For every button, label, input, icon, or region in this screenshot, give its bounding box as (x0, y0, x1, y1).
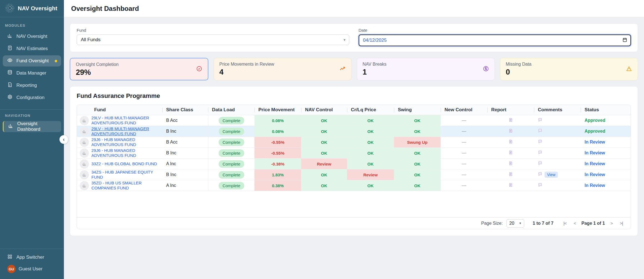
table-row[interactable]: 29LV - HUB MULTI-MANAGER ADVENTUROUS FUN… (77, 126, 631, 137)
date-filter-field: Date (359, 28, 631, 46)
new-control-cell: — (441, 137, 487, 147)
fund-link[interactable]: 33Z2 - HUB GLOBAL BOND FUND (91, 161, 157, 166)
column-header-data-load[interactable]: Data Load (208, 105, 254, 115)
column-header-price-movement[interactable]: Price Movement (254, 105, 301, 115)
table-row[interactable]: 29J6 - HUB MANAGED ADVENTUROUS FUND B In… (77, 148, 631, 159)
sidebar-item-label: Reporting (16, 83, 37, 88)
comment-icon[interactable] (538, 139, 542, 145)
comment-icon[interactable] (538, 118, 542, 123)
data-load-badge: Complete (219, 160, 244, 168)
date-input[interactable] (359, 34, 631, 46)
next-page-button[interactable]: > (609, 221, 614, 226)
sidebar-item-reporting[interactable]: Reporting (3, 80, 61, 91)
calendar-icon[interactable] (622, 37, 627, 43)
fund-link[interactable]: 29J6 - HUB MANAGED ADVENTUROUS FUND (91, 148, 160, 158)
kpi-value: 0 (506, 68, 632, 76)
swing-cell: OK (394, 180, 441, 191)
kpi-nav-breaks[interactable]: NAV Breaks 1 (357, 58, 495, 80)
new-control-cell: — (441, 148, 487, 158)
status-cell: In Review (581, 159, 631, 169)
app-logo: NAV Oversight (0, 0, 64, 17)
app-switcher-button[interactable]: App Switcher (3, 252, 61, 263)
status-cell: In Review (581, 148, 631, 158)
column-header-fund[interactable]: Fund (91, 105, 162, 115)
report-icon[interactable] (508, 183, 513, 188)
comment-icon[interactable] (538, 172, 542, 177)
sidebar-item-oversight-dashboard[interactable]: Oversight Dashboard (3, 121, 61, 132)
assurance-table: Fund Share Class Data Load Price Movemen… (77, 105, 631, 229)
table-row[interactable]: 35ZD - HUB US SMALLER COMPANIES FUND A I… (77, 180, 631, 191)
page-title: Oversight Dashboard (71, 5, 139, 13)
comment-icon[interactable] (538, 150, 542, 156)
fund-link[interactable]: 34ZS - HUB JAPANESE EQUITY FUND (91, 170, 160, 180)
page-size-label: Page Size: (481, 221, 503, 226)
view-comments-button[interactable]: View (545, 172, 558, 178)
sidebar-item-configuration[interactable]: Configuration (3, 92, 61, 103)
data-load-badge: Complete (219, 139, 244, 146)
kpi-missing-data[interactable]: Missing Data 0 (500, 58, 638, 80)
section-title: Fund Assurance Programme (77, 92, 631, 100)
comment-icon[interactable] (538, 129, 542, 134)
user-menu[interactable]: GU Guest User (3, 263, 61, 275)
crlq-price-cell: OK (347, 137, 394, 147)
column-header-status[interactable]: Status (581, 105, 631, 115)
sidebar-divider (0, 109, 64, 110)
report-icon[interactable] (508, 172, 513, 177)
column-header-new-control[interactable]: New Control (441, 105, 487, 115)
column-header-swing[interactable]: Swing (394, 105, 441, 115)
column-header-comments[interactable]: Comments (534, 105, 581, 115)
comment-icon[interactable] (538, 161, 542, 167)
report-icon[interactable] (508, 150, 513, 156)
kpi-label: NAV Breaks (363, 62, 489, 67)
kpi-price-movements[interactable]: Price Movements in Review 4 (214, 58, 352, 80)
previous-page-button[interactable]: < (572, 221, 578, 226)
fund-link[interactable]: 29LV - HUB MULTI-MANAGER ADVENTUROUS FUN… (91, 115, 160, 126)
date-label: Date (359, 28, 631, 33)
fund-select[interactable]: All Funds ▾ (77, 34, 349, 45)
nav-control-cell: OK (301, 115, 347, 126)
sidebar-collapse-button[interactable]: ‹ (59, 135, 68, 144)
trend-up-icon (340, 66, 346, 73)
fund-chart-icon (80, 170, 89, 179)
main-area: Oversight Dashboard Fund All Funds ▾ Dat… (64, 0, 644, 279)
table-row[interactable]: 34ZS - HUB JAPANESE EQUITY FUND B Inc Co… (77, 169, 631, 180)
pagination-page-indicator: Page 1 of 1 (581, 221, 605, 226)
report-icon[interactable] (508, 129, 513, 134)
kpi-label: Missing Data (506, 62, 632, 67)
fund-filter-field: Fund All Funds ▾ (77, 28, 349, 46)
price-movement-cell: 0.08% (254, 115, 301, 126)
kpi-oversight-completion[interactable]: Oversight Completion 29% (70, 58, 208, 80)
column-header-nav-control[interactable]: NAV Control (301, 105, 347, 115)
nav-control-cell: Review (301, 159, 347, 169)
notification-dot (55, 60, 57, 62)
fund-link[interactable]: 29J6 - HUB MANAGED ADVENTUROUS FUND (91, 137, 160, 147)
column-header-share-class[interactable]: Share Class (162, 105, 208, 115)
filters-card: Fund All Funds ▾ Date (70, 23, 638, 52)
swing-cell: OK (394, 115, 441, 126)
table-row[interactable]: 29LV - HUB MULTI-MANAGER ADVENTUROUS FUN… (77, 115, 631, 126)
column-header-report[interactable]: Report (487, 105, 534, 115)
sidebar-item-nav-oversight[interactable]: NAV Oversight (3, 31, 61, 42)
column-header-crlq-price[interactable]: Cr/Lq Price (347, 105, 394, 115)
sidebar-item-label: Data Manager (16, 70, 46, 76)
comment-icon[interactable] (538, 183, 542, 188)
last-page-button[interactable]: >| (618, 221, 625, 226)
data-load-badge: Complete (219, 171, 244, 179)
fund-chart-icon (80, 138, 89, 147)
fund-chart-icon (80, 159, 89, 169)
report-icon[interactable] (508, 161, 513, 167)
table-row[interactable]: 29J6 - HUB MANAGED ADVENTUROUS FUND B Ac… (77, 137, 631, 148)
report-icon[interactable] (508, 118, 513, 123)
database-icon (7, 70, 13, 76)
fund-link[interactable]: 35ZD - HUB US SMALLER COMPANIES FUND (91, 181, 160, 191)
sidebar-item-fund-oversight[interactable]: Fund Oversight (3, 55, 61, 66)
fund-link[interactable]: 29LV - HUB MULTI-MANAGER ADVENTUROUS FUN… (91, 126, 160, 137)
page-size-select[interactable]: 20 ▼ (506, 219, 524, 228)
sidebar-item-data-manager[interactable]: Data Manager (3, 68, 61, 79)
status-cell: In Review (581, 137, 631, 147)
table-row[interactable]: 33Z2 - HUB GLOBAL BOND FUND A Inc Comple… (77, 159, 631, 169)
sidebar-item-nav-estimates[interactable]: NAV Estimates (3, 43, 61, 54)
first-page-button[interactable]: |< (562, 221, 568, 226)
report-icon[interactable] (508, 139, 513, 145)
nav-control-cell: OK (301, 180, 347, 191)
